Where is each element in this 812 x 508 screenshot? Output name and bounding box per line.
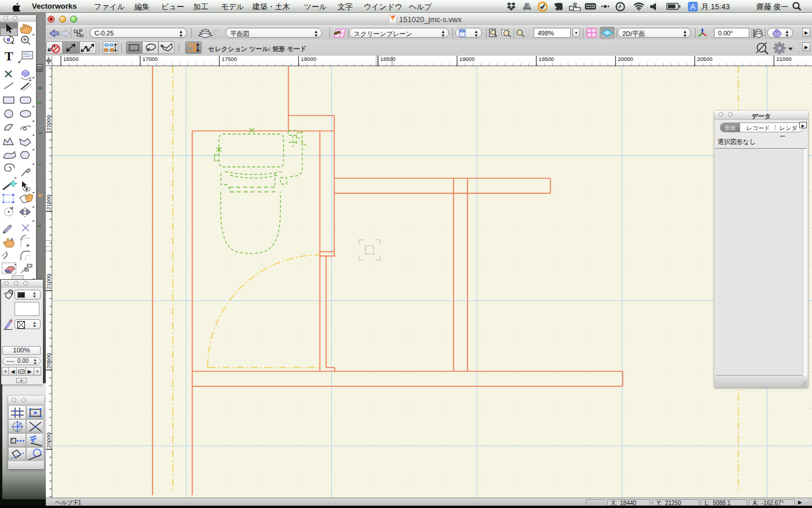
svg-text:16500: 16500 xyxy=(63,56,78,62)
svg-text:20000: 20000 xyxy=(46,433,52,448)
svg-text:17000: 17000 xyxy=(143,56,158,62)
svg-text:T: T xyxy=(5,49,13,63)
svg-text:20500: 20500 xyxy=(697,56,712,62)
svg-text:21000: 21000 xyxy=(776,56,791,62)
svg-text:20000: 20000 xyxy=(618,56,633,62)
svg-text:21500: 21500 xyxy=(46,194,52,210)
svg-text:18500: 18500 xyxy=(380,56,395,62)
svg-text:19500: 19500 xyxy=(539,56,554,62)
svg-text:17500: 17500 xyxy=(222,56,237,62)
svg-text:19000: 19000 xyxy=(459,56,474,62)
svg-text:18000: 18000 xyxy=(301,56,316,62)
svg-text:A: A xyxy=(690,2,695,11)
svg-text:20500: 20500 xyxy=(46,353,52,368)
svg-text:22000: 22000 xyxy=(46,116,52,131)
svg-text:21000: 21000 xyxy=(46,274,52,289)
